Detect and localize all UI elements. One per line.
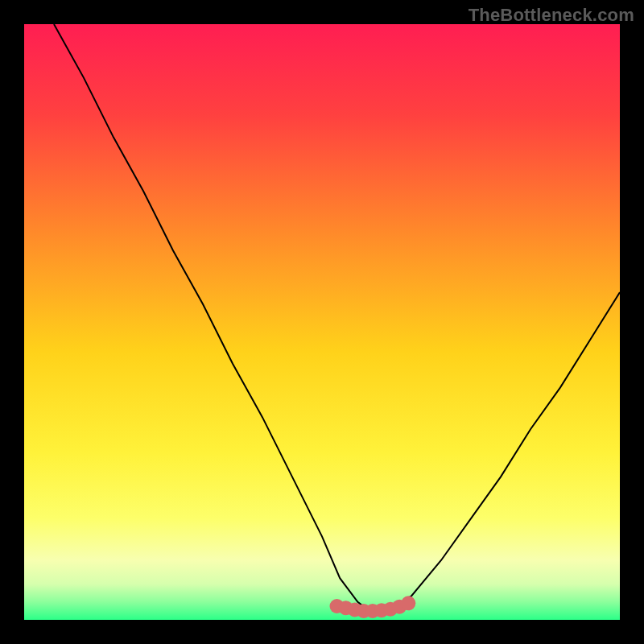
watermark-label: TheBottleneck.com <box>469 5 634 26</box>
plot-area <box>24 24 620 620</box>
gradient-background <box>24 24 620 620</box>
chart-container: TheBottleneck.com <box>0 0 644 644</box>
plot-svg <box>24 24 620 620</box>
valley-marker-dot <box>401 596 415 610</box>
